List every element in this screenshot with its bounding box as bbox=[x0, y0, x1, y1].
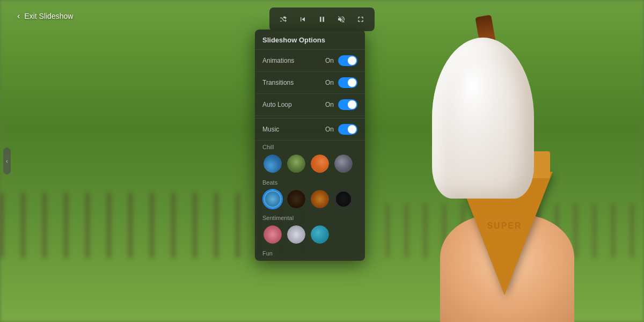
animations-value: On bbox=[325, 57, 334, 64]
autoloop-toggle[interactable] bbox=[338, 99, 357, 110]
chill-thumbnails bbox=[262, 153, 357, 174]
sentimental-category: Sentimental bbox=[255, 211, 365, 247]
beats-thumb-3[interactable] bbox=[310, 189, 330, 209]
animations-row: Animations On bbox=[255, 50, 365, 72]
autoloop-label: Auto Loop bbox=[262, 101, 292, 108]
music-row: Music On bbox=[255, 119, 365, 141]
beats-thumb-1[interactable] bbox=[262, 189, 283, 209]
music-control: On bbox=[325, 124, 357, 135]
chill-category: Chill bbox=[255, 141, 365, 176]
fun-label: Fun bbox=[255, 247, 365, 261]
sentimental-thumb-2[interactable] bbox=[286, 224, 306, 245]
fullscreen-button[interactable] bbox=[352, 11, 369, 28]
pause-button[interactable] bbox=[313, 11, 331, 28]
autoloop-control: On bbox=[325, 99, 357, 110]
back-arrow-icon: ‹ bbox=[17, 11, 20, 21]
chill-label: Chill bbox=[262, 144, 357, 150]
music-toggle[interactable] bbox=[338, 124, 357, 135]
beats-thumb-4[interactable] bbox=[333, 189, 354, 209]
transitions-toggle[interactable] bbox=[338, 77, 357, 88]
panel-title: Slideshow Options bbox=[255, 30, 365, 50]
transitions-control: On bbox=[325, 77, 357, 88]
beats-thumb-2[interactable] bbox=[286, 189, 306, 209]
music-value: On bbox=[325, 126, 334, 133]
beats-thumbnails bbox=[262, 189, 357, 209]
beats-label: Beats bbox=[262, 179, 357, 186]
beats-category: Beats bbox=[255, 176, 365, 211]
transitions-value: On bbox=[325, 79, 334, 86]
sentimental-thumbnails bbox=[262, 224, 357, 245]
previous-button[interactable] bbox=[294, 11, 311, 28]
pause-icon bbox=[318, 15, 326, 24]
playback-controls bbox=[269, 8, 375, 31]
animations-control: On bbox=[325, 55, 357, 66]
ice-cream-image: SUPER bbox=[349, 0, 617, 322]
chill-thumb-3[interactable] bbox=[310, 153, 330, 174]
shuffle-icon bbox=[279, 15, 288, 24]
sentimental-label: Sentimental bbox=[262, 215, 357, 221]
chill-thumb-1[interactable] bbox=[262, 153, 283, 174]
music-label: Music bbox=[262, 126, 279, 133]
ice-cream-scoop bbox=[429, 27, 537, 199]
autoloop-row: Auto Loop On bbox=[255, 94, 365, 116]
transitions-label: Transitions bbox=[262, 79, 294, 86]
chill-thumb-4[interactable] bbox=[333, 153, 354, 174]
slideshow-options-panel: Slideshow Options Animations On Transiti… bbox=[255, 30, 365, 261]
chill-thumb-2[interactable] bbox=[286, 153, 306, 174]
mute-button[interactable] bbox=[333, 11, 350, 28]
sentimental-thumb-3[interactable] bbox=[310, 224, 330, 245]
autoloop-value: On bbox=[325, 101, 334, 108]
shuffle-button[interactable] bbox=[275, 11, 292, 28]
sentimental-thumb-1[interactable] bbox=[262, 224, 283, 245]
scroll-arrow: ‹ bbox=[6, 158, 8, 164]
transitions-row: Transitions On bbox=[255, 72, 365, 94]
fullscreen-icon bbox=[356, 15, 365, 24]
exit-slideshow-label: Exit Slideshow bbox=[24, 12, 73, 20]
animations-toggle[interactable] bbox=[338, 55, 357, 66]
previous-icon bbox=[298, 15, 307, 24]
exit-slideshow-button[interactable]: ‹ Exit Slideshow bbox=[11, 7, 79, 25]
mute-icon bbox=[337, 15, 346, 24]
side-scroll-indicator[interactable]: ‹ bbox=[3, 148, 11, 174]
animations-label: Animations bbox=[262, 57, 294, 64]
